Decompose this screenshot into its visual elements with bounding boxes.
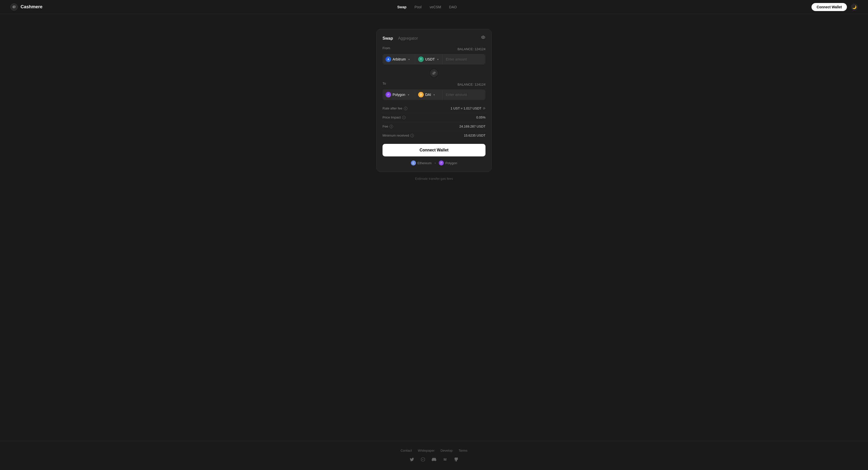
from-label: From: [382, 46, 390, 50]
rate-after-fee-label: Rate after fee i: [382, 106, 407, 110]
minimum-received-info-icon[interactable]: i: [410, 134, 414, 137]
gas-estimate-link[interactable]: Estimate transfer gas fees: [415, 177, 453, 181]
to-chain-selector[interactable]: P Polygon ▾: [382, 89, 415, 100]
arbitrum-chain-icon: A: [385, 57, 391, 62]
moon-icon: 🌙: [852, 5, 857, 9]
nav-vecsm[interactable]: veCSM: [430, 5, 441, 9]
from-chain-chevron: ▾: [408, 58, 410, 61]
logo-text: Cashmere: [21, 4, 42, 9]
footer: Contact Whitepaper Develop Terms M: [0, 441, 868, 470]
nav-dao[interactable]: DAO: [449, 5, 457, 9]
discord-icon[interactable]: [431, 457, 437, 463]
tab-aggregator[interactable]: Aggregator: [398, 36, 418, 41]
swap-card: Swap Aggregator From BALANCE: 124124 A A…: [376, 29, 492, 172]
nav-pool[interactable]: Pool: [414, 5, 422, 9]
from-chain-selector[interactable]: A Arbitrum ▾: [382, 54, 415, 65]
svg-point-1: [483, 37, 484, 38]
rate-refresh-icon[interactable]: ⟳: [483, 107, 486, 110]
navbar-connect-wallet-button[interactable]: Connect Wallet: [811, 3, 847, 11]
footer-terms[interactable]: Terms: [459, 449, 467, 452]
swap-arrows-icon: [432, 71, 436, 75]
to-label: To: [382, 82, 386, 85]
price-impact-info-icon[interactable]: i: [402, 116, 406, 119]
main-content: Swap Aggregator From BALANCE: 124124 A A…: [0, 14, 868, 441]
nav-swap[interactable]: Swap: [397, 5, 407, 9]
from-token-name: USDT: [425, 57, 435, 61]
fee-row: Fee i 24.169.287 USDT: [382, 122, 486, 131]
rate-after-fee-row: Rate after fee i 1 UST = 1.017 USDT ⟳: [382, 104, 486, 113]
from-token-selector[interactable]: T USDT ▾: [415, 54, 443, 65]
polygon-bridge-icon: P: [439, 160, 444, 165]
footer-social: M: [10, 457, 858, 463]
logo-area: Cashmere: [10, 3, 42, 11]
to-amount-wrapper: Max: [443, 92, 486, 97]
from-token-chevron: ▾: [437, 58, 438, 61]
from-header: From BALANCE: 124124: [382, 46, 486, 52]
swap-tabs: Swap Aggregator: [382, 36, 418, 41]
from-section: From BALANCE: 124124 A Arbitrum ▾ T USDT…: [382, 46, 486, 65]
from-input-row: A Arbitrum ▾ T USDT ▾ Max: [382, 54, 486, 65]
footer-develop[interactable]: Develop: [440, 449, 453, 452]
settings-icon[interactable]: [481, 35, 486, 41]
telegram-icon[interactable]: [420, 457, 426, 463]
bridge-to-label: Polygon: [445, 161, 457, 165]
to-amount-input[interactable]: [446, 93, 486, 97]
to-balance: BALANCE: 124124: [458, 83, 486, 86]
from-chain-name: Arbitrum: [393, 57, 406, 61]
tab-swap[interactable]: Swap: [382, 36, 393, 41]
to-token-chevron: ▾: [434, 93, 435, 96]
info-section: Rate after fee i 1 UST = 1.017 USDT ⟳ Pr…: [382, 104, 486, 140]
connect-wallet-main-button[interactable]: Connect Wallet: [382, 144, 486, 156]
rate-after-fee-value: 1 UST = 1.017 USDT ⟳: [451, 106, 486, 110]
twitter-icon[interactable]: [409, 457, 415, 463]
fee-info-icon[interactable]: i: [390, 125, 393, 128]
from-amount-wrapper: Max: [443, 57, 486, 62]
footer-links: Contact Whitepaper Develop Terms: [10, 449, 858, 452]
to-chain-name: Polygon: [393, 93, 405, 97]
to-header: To BALANCE: 124124: [382, 82, 486, 87]
polygon-chain-icon: P: [385, 92, 391, 97]
navbar-right: Connect Wallet 🌙: [811, 3, 858, 11]
from-amount-input[interactable]: [446, 57, 486, 61]
bridge-route: E Ethereum › P Polygon: [382, 160, 486, 165]
to-chain-chevron: ▾: [408, 93, 409, 96]
minimum-received-label: Minimum received i: [382, 133, 414, 137]
bridge-from-chain: E Ethereum: [411, 160, 432, 165]
github-icon[interactable]: [453, 457, 459, 463]
swap-direction-button[interactable]: [430, 68, 438, 77]
to-input-row: P Polygon ▾ D DAI ▾ Max: [382, 89, 486, 100]
cashmere-logo-icon: [10, 3, 18, 11]
fee-value: 24.169.287 USDT: [459, 125, 486, 128]
nav-links: Swap Pool veCSM DAO: [397, 5, 457, 9]
medium-icon[interactable]: M: [442, 457, 448, 463]
minimum-received-value: 15.6235 USDT: [464, 133, 486, 137]
bridge-direction-arrow: ›: [434, 161, 436, 165]
eth-bridge-icon: E: [411, 160, 416, 165]
price-impact-label: Price Impact i: [382, 116, 406, 119]
footer-contact[interactable]: Contact: [401, 449, 412, 452]
swap-card-header: Swap Aggregator: [382, 35, 486, 41]
bridge-to-chain: P Polygon: [439, 160, 457, 165]
from-balance: BALANCE: 124124: [458, 47, 486, 51]
to-token-selector[interactable]: D DAI ▾: [415, 89, 443, 100]
price-impact-row: Price Impact i 0.05%: [382, 113, 486, 122]
to-token-name: DAI: [425, 93, 431, 97]
swap-arrow-container: [382, 68, 486, 77]
minimum-received-row: Minimum received i 15.6235 USDT: [382, 131, 486, 140]
navbar: Cashmere Swap Pool veCSM DAO Connect Wal…: [0, 0, 868, 14]
fee-label: Fee i: [382, 125, 393, 128]
footer-whitepaper[interactable]: Whitepaper: [418, 449, 434, 452]
dai-token-icon: D: [418, 92, 424, 97]
to-section: To BALANCE: 124124 P Polygon ▾ D DAI ▾ M…: [382, 82, 486, 100]
usdt-token-icon: T: [418, 57, 424, 62]
theme-toggle-button[interactable]: 🌙: [851, 3, 858, 10]
bridge-from-label: Ethereum: [417, 161, 432, 165]
price-impact-value: 0.05%: [476, 116, 486, 119]
rate-info-icon[interactable]: i: [404, 107, 407, 110]
